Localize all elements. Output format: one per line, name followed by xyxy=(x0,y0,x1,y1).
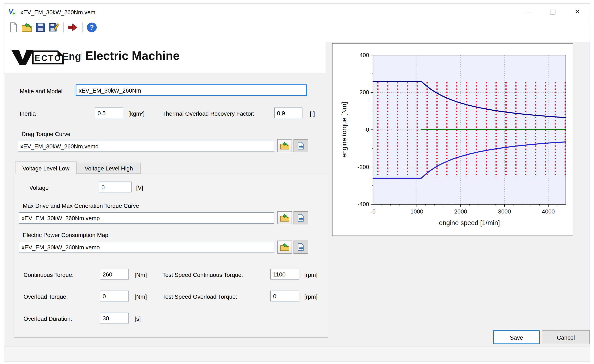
window-title: xEV_EM_30kW_260Nm.vem xyxy=(20,9,95,15)
svg-text:-0: -0 xyxy=(364,126,369,133)
save-icon xyxy=(35,22,46,33)
save-as-icon xyxy=(48,22,59,33)
power-map-browse-button[interactable] xyxy=(277,241,292,254)
svg-text:4000: 4000 xyxy=(542,208,555,215)
tab-voltage-level-high-label: Voltage Level High xyxy=(85,165,133,172)
power-map-input[interactable] xyxy=(19,242,274,253)
drag-curve-open-button[interactable] xyxy=(294,139,308,152)
test-speed-overload-unit: [rpm] xyxy=(304,293,317,300)
voltage-tab-panel xyxy=(14,174,328,338)
test-speed-continuous-unit: [rpm] xyxy=(304,271,317,278)
browse-folder-icon xyxy=(280,214,289,222)
help-button[interactable]: ? xyxy=(86,22,97,33)
app-icon: V E xyxy=(8,7,17,17)
power-map-open-button[interactable] xyxy=(294,241,308,254)
make-model-input[interactable] xyxy=(76,84,307,96)
help-icon: ? xyxy=(87,22,97,33)
tab-voltage-level-low-label: Voltage Level Low xyxy=(22,165,69,171)
drag-curve-input[interactable] xyxy=(18,141,274,152)
continuous-torque-label: Continuous Torque: xyxy=(24,271,74,278)
svg-text:ECTO: ECTO xyxy=(35,53,61,63)
power-map-label: Electric Power Consumption Map xyxy=(23,232,108,238)
thermal-input[interactable] xyxy=(274,107,303,118)
overload-duration-label: Overload Duration: xyxy=(24,315,72,322)
test-speed-continuous-label: Test Speed Continuous Torque: xyxy=(162,271,243,278)
page-title: Electric Machine xyxy=(82,46,185,66)
tab-voltage-level-high[interactable]: Voltage Level High xyxy=(77,163,141,174)
svg-text:-200: -200 xyxy=(358,164,369,170)
inertia-label: Inertia xyxy=(20,110,36,117)
test-speed-overload-label: Test Speed Overload Torque: xyxy=(162,293,237,300)
svg-text:engine torque [Nm]: engine torque [Nm] xyxy=(340,102,348,158)
export-button[interactable] xyxy=(68,22,78,33)
save-button-toolbar[interactable] xyxy=(35,22,46,33)
open-in-editor-icon xyxy=(297,243,305,251)
toolbar-separator xyxy=(82,22,82,33)
window-controls: ✕ xyxy=(516,4,590,20)
drag-curve-browse-button[interactable] xyxy=(277,139,292,152)
svg-text:3000: 3000 xyxy=(498,208,511,215)
continuous-torque-input[interactable] xyxy=(100,269,129,279)
svg-text:engine speed [1/min]: engine speed [1/min] xyxy=(439,219,500,226)
overload-torque-unit: [Nm] xyxy=(135,293,147,300)
max-torque-curve-input[interactable] xyxy=(19,212,274,224)
thermal-unit: [-] xyxy=(310,110,315,117)
toolbar-separator xyxy=(63,22,64,33)
title-bar: V E xEV_EM_30kW_260Nm.vem ✕ xyxy=(4,4,590,20)
svg-text:?: ? xyxy=(90,24,94,31)
export-icon xyxy=(68,22,78,33)
status-strip xyxy=(4,347,590,362)
test-speed-continuous-input[interactable] xyxy=(270,269,299,279)
save-button[interactable]: Save xyxy=(493,331,540,344)
overload-torque-label: Overload Torque: xyxy=(24,293,68,300)
toolbar: ? xyxy=(4,20,590,42)
torque-chart: -01000200030004000400200-0-200-400engine… xyxy=(332,44,572,235)
max-torque-curve-browse-button[interactable] xyxy=(277,211,292,224)
overload-duration-input[interactable] xyxy=(100,313,129,323)
svg-text:-400: -400 xyxy=(358,201,369,207)
new-file-button[interactable] xyxy=(8,22,19,33)
inertia-input[interactable] xyxy=(95,107,123,118)
minimize-icon xyxy=(526,12,531,12)
save-button-label: Save xyxy=(510,334,523,340)
browse-folder-icon xyxy=(280,243,289,251)
svg-text:E: E xyxy=(12,11,16,16)
overload-torque-input[interactable] xyxy=(100,291,129,301)
continuous-torque-unit: [Nm] xyxy=(135,271,147,278)
open-in-editor-icon xyxy=(297,214,305,222)
maximize-button[interactable] xyxy=(540,4,565,20)
new-file-icon xyxy=(9,22,18,33)
drag-curve-label: Drag Torque Curve xyxy=(22,131,70,137)
save-as-button[interactable] xyxy=(48,22,59,33)
browse-folder-icon xyxy=(280,142,289,150)
svg-text:2000: 2000 xyxy=(454,208,467,215)
overload-duration-unit: [s] xyxy=(135,315,141,322)
minimize-button[interactable] xyxy=(516,4,540,20)
voltage-unit: [V] xyxy=(136,184,143,191)
electric-machine-window: V E xEV_EM_30kW_260Nm.vem ✕ xyxy=(4,3,590,362)
open-file-icon xyxy=(22,22,32,33)
svg-text:-0: -0 xyxy=(371,208,376,215)
svg-text:1000: 1000 xyxy=(410,208,423,215)
screen: V E xEV_EM_30kW_260Nm.vem ✕ xyxy=(0,0,594,364)
test-speed-overload-input[interactable] xyxy=(270,291,299,301)
torque-chart-panel: -01000200030004000400200-0-200-400engine… xyxy=(332,43,573,236)
thermal-label: Thermal Overload Recovery Factor: xyxy=(162,110,254,117)
open-in-editor-icon xyxy=(297,142,305,150)
maximize-icon xyxy=(550,9,556,14)
voltage-label: Voltage xyxy=(29,184,49,191)
make-model-label: Make and Model xyxy=(20,88,63,94)
cancel-button-label: Cancel xyxy=(557,334,575,340)
tab-voltage-level-low[interactable]: Voltage Level Low xyxy=(15,161,77,174)
max-torque-curve-label: Max Drive and Max Generation Torque Curv… xyxy=(23,202,139,209)
vecto-logo: ECTO xyxy=(11,48,64,67)
cancel-button[interactable]: Cancel xyxy=(542,331,590,344)
close-button[interactable]: ✕ xyxy=(565,4,590,20)
voltage-input[interactable] xyxy=(99,182,131,192)
header: ECTO Engine Electric Machine xyxy=(4,42,325,73)
svg-text:400: 400 xyxy=(359,52,369,58)
max-torque-curve-open-button[interactable] xyxy=(294,211,308,224)
inertia-unit: [kgm²] xyxy=(128,110,145,117)
svg-text:200: 200 xyxy=(359,89,369,95)
open-file-button[interactable] xyxy=(22,22,32,33)
